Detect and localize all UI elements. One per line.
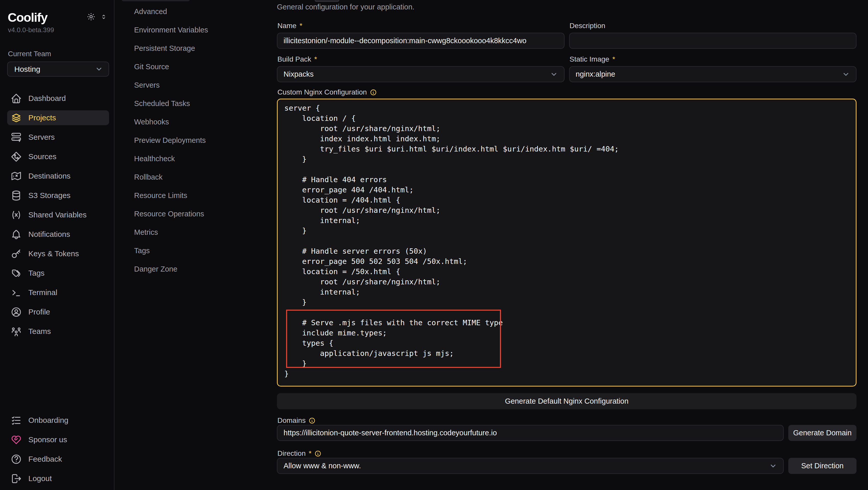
chevron-down-icon xyxy=(842,70,850,78)
info-icon[interactable] xyxy=(370,89,377,96)
team-select-value: Hosting xyxy=(14,65,40,73)
name-input[interactable] xyxy=(277,33,564,49)
sidebar-item-label: Dashboard xyxy=(28,94,66,103)
sidebar-item-label: Sources xyxy=(28,152,57,161)
direction-select-value: Allow www & non-www. xyxy=(283,462,361,470)
checklist-icon xyxy=(10,415,22,426)
sidebar-item-label: Keys & Tokens xyxy=(28,249,79,258)
settings-nav-item[interactable]: Preview Deployments xyxy=(134,131,271,149)
help-icon xyxy=(10,454,22,465)
sidebar-item[interactable]: Terminal xyxy=(7,285,109,300)
settings-nav-item[interactable]: Healthcheck xyxy=(134,149,271,168)
sidebar-item-label: Projects xyxy=(28,114,56,122)
sidebar-item-label: S3 Storages xyxy=(28,191,70,200)
settings-nav-item[interactable]: Danger Zone xyxy=(134,260,271,278)
generate-domain-button[interactable]: Generate Domain xyxy=(788,425,857,441)
settings-nav: Advanced Environment Variables Persisten… xyxy=(115,0,271,490)
terminal-icon xyxy=(10,287,22,298)
sidebar-item-label: Feedback xyxy=(28,455,62,463)
theme-toggle-sun-icon[interactable] xyxy=(87,12,96,22)
selector-chevrons-icon[interactable] xyxy=(100,13,107,22)
chevron-down-icon xyxy=(769,462,777,470)
generate-default-nginx-button[interactable]: Generate Default Nginx Configuration xyxy=(277,393,857,409)
sidebar-item[interactable]: Servers xyxy=(7,130,109,145)
settings-nav-item-label: Healthcheck xyxy=(134,155,175,163)
sidebar-item[interactable]: Projects xyxy=(7,110,109,125)
settings-nav-item[interactable]: Servers xyxy=(134,76,271,94)
settings-nav-item[interactable]: Resource Limits xyxy=(134,186,271,205)
sidebar-item-label: Teams xyxy=(28,327,51,336)
build-pack-field-label: Build Pack* xyxy=(277,55,564,64)
settings-nav-item-label: Resource Operations xyxy=(134,210,204,218)
sidebar: Coolify v4.0.0-beta.399 Current Team Hos… xyxy=(0,0,115,490)
required-asterisk: * xyxy=(309,449,311,458)
sidebar-item[interactable]: Sponsor us xyxy=(7,432,109,447)
sidebar-footer-nav: Onboarding Sponsor us Feedback Logout xyxy=(0,413,114,486)
info-icon[interactable] xyxy=(309,417,315,424)
direction-select[interactable]: Allow www & non-www. xyxy=(277,458,784,474)
sidebar-item[interactable]: Onboarding xyxy=(7,413,109,428)
sidebar-item-label: Tags xyxy=(28,269,44,277)
settings-nav-item[interactable]: Webhooks xyxy=(134,113,271,131)
sidebar-item-label: Sponsor us xyxy=(28,435,67,444)
settings-nav-item-label: Servers xyxy=(134,81,160,89)
heart-icon xyxy=(10,434,22,446)
sidebar-item-label: Profile xyxy=(28,308,50,316)
sidebar-item[interactable]: Shared Variables xyxy=(7,208,109,222)
sidebar-item[interactable]: Sources xyxy=(7,149,109,164)
build-pack-select-value: Nixpacks xyxy=(283,70,314,79)
build-pack-select[interactable]: Nixpacks xyxy=(277,66,564,82)
info-icon[interactable] xyxy=(314,450,321,457)
static-image-select[interactable]: nginx:alpine xyxy=(569,66,857,82)
settings-nav-item-label: Git Source xyxy=(134,63,169,71)
sidebar-item[interactable]: Keys & Tokens xyxy=(7,246,109,261)
settings-nav-item[interactable]: Persistent Storage xyxy=(134,39,271,58)
bell-icon xyxy=(10,228,22,240)
current-team-label: Current Team xyxy=(8,50,114,58)
sidebar-item[interactable]: Feedback xyxy=(7,452,109,466)
settings-nav-item-label: Environment Variables xyxy=(134,26,208,34)
sidebar-item[interactable]: Notifications xyxy=(7,227,109,242)
name-field-label: Name* xyxy=(277,22,564,30)
description-input[interactable] xyxy=(569,33,857,49)
save-button-partial[interactable] xyxy=(315,0,339,2)
sidebar-item[interactable]: Destinations xyxy=(7,169,109,183)
description-field-label: Description xyxy=(570,22,857,30)
static-image-select-value: nginx:alpine xyxy=(576,70,615,79)
settings-nav-item[interactable]: Rollback xyxy=(134,168,271,186)
settings-nav-item[interactable]: Environment Variables xyxy=(134,21,271,39)
team-select[interactable]: Hosting xyxy=(7,62,109,76)
sidebar-item[interactable]: Dashboard xyxy=(7,91,109,106)
sidebar-item[interactable]: Profile xyxy=(7,305,109,319)
settings-nav-item[interactable]: Metrics xyxy=(134,223,271,241)
settings-nav-item[interactable]: Advanced xyxy=(134,2,271,21)
sidebar-item[interactable]: Logout xyxy=(7,471,109,486)
settings-nav-item-label: Tags xyxy=(134,247,150,255)
stack-icon xyxy=(10,112,22,124)
app-version: v4.0.0-beta.399 xyxy=(8,26,114,34)
direction-field-label: Direction* xyxy=(277,449,857,458)
sidebar-item-label: Terminal xyxy=(28,288,57,297)
settings-nav-item-label: Preview Deployments xyxy=(134,136,206,145)
settings-nav-item[interactable]: Scheduled Tasks xyxy=(134,94,271,113)
settings-nav-item-label: Metrics xyxy=(134,228,158,237)
sidebar-nav: Dashboard Projects Servers Sources Desti… xyxy=(0,91,114,339)
app-logo: Coolify xyxy=(8,10,48,25)
settings-nav-item-general-partial[interactable] xyxy=(122,0,190,1)
settings-nav-item[interactable]: Resource Operations xyxy=(134,205,271,223)
sidebar-item-label: Destinations xyxy=(28,172,70,180)
nginx-config-textarea[interactable]: server { location / { root /usr/share/ng… xyxy=(277,99,857,387)
key-icon xyxy=(10,248,22,259)
set-direction-button[interactable]: Set Direction xyxy=(788,458,857,474)
settings-nav-item[interactable]: Git Source xyxy=(134,58,271,76)
sidebar-item[interactable]: S3 Storages xyxy=(7,188,109,203)
settings-nav-item-label: Persistent Storage xyxy=(134,44,195,53)
sidebar-item-label: Servers xyxy=(28,133,55,142)
domains-input[interactable] xyxy=(277,425,784,441)
settings-nav-item[interactable]: Tags xyxy=(134,241,271,260)
map-icon xyxy=(10,171,22,182)
sidebar-item[interactable]: Tags xyxy=(7,266,109,280)
sidebar-item[interactable]: Teams xyxy=(7,324,109,339)
domains-field-label: Domains xyxy=(277,416,857,425)
nginx-config-code: server { location / { root /usr/share/ng… xyxy=(284,103,850,379)
